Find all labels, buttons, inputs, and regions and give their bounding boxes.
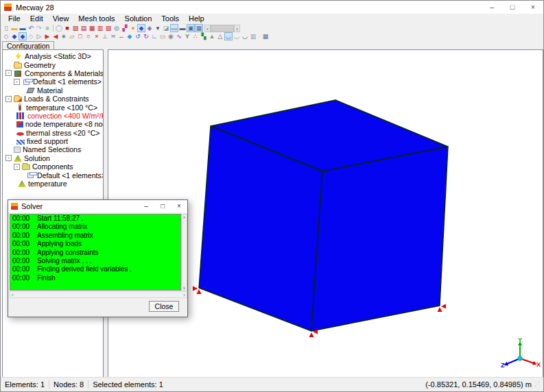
grid-panel-icon[interactable]: ▥ — [249, 32, 257, 40]
tree-item-loads-constraints[interactable]: -Loads & Constraints — [3, 95, 103, 103]
pressure-box-icon[interactable]: ▭ — [158, 32, 167, 40]
tree-expander-icon[interactable]: - — [5, 155, 12, 161]
element-wire-4-icon[interactable]: ▨ — [104, 24, 113, 32]
triangle-outline-icon[interactable]: △ — [216, 32, 224, 40]
camera-icon[interactable]: ◉ — [167, 32, 175, 40]
zoom-view-icon[interactable]: ◎ — [113, 24, 121, 32]
solver-close-button[interactable]: Close — [149, 301, 179, 312]
constraint-y-icon[interactable]: Y — [183, 32, 191, 40]
element-shaded-icon[interactable]: ▧ — [71, 24, 80, 32]
plate-dark-icon[interactable]: ▬ — [178, 24, 187, 32]
spring-icon[interactable]: ∿ — [175, 32, 183, 40]
solid-cube-blue-icon[interactable]: ◆ — [10, 32, 19, 40]
scroll-right-icon[interactable]: › — [183, 292, 185, 298]
menu-view[interactable]: View — [48, 14, 74, 24]
solver-minimize-button[interactable]: – — [138, 200, 154, 212]
maximize-button[interactable]: □ — [502, 1, 523, 14]
tree-item-geometry[interactable]: Geometry — [3, 60, 103, 69]
tree-item-material[interactable]: Material — [3, 86, 103, 95]
shell-mid-icon[interactable]: ◡ — [233, 32, 241, 40]
plate-flat-icon[interactable]: ▬ — [170, 24, 178, 32]
shell-selected-icon[interactable]: ◡ — [224, 32, 233, 40]
select-subtract-icon[interactable]: ◀ — [51, 32, 60, 40]
draw-dropdown-icon[interactable]: ▾ — [154, 24, 162, 32]
edit-element-icon[interactable]: ▱ — [68, 32, 76, 40]
align-nodes-icon[interactable]: ◆ — [126, 32, 134, 40]
tree-expander-icon[interactable]: - — [14, 164, 20, 170]
redo-icon[interactable]: ↷ — [35, 24, 43, 32]
shaded-view-icon[interactable]: ◆ — [137, 24, 145, 32]
tree-item-temperature-100-c[interactable]: temperature <100 °C> — [3, 103, 103, 111]
node-numbers-icon[interactable]: ▞ — [121, 24, 129, 32]
tree-item-default-1-elements[interactable]: -Default <1 elements> — [3, 77, 103, 86]
tree-expander-icon[interactable]: - — [5, 96, 12, 102]
select-nodes-icon[interactable]: ∗ — [60, 32, 68, 40]
tree-item-components[interactable]: -Components — [3, 162, 103, 171]
wireframe-sphere-icon[interactable]: ◯ — [55, 24, 63, 32]
node-tool-1-icon[interactable]: ⊥ — [101, 32, 109, 40]
tab-configuration[interactable]: Configuration — [2, 41, 54, 49]
select-add-icon[interactable]: ▶ — [43, 32, 51, 40]
tree-item-default-1-elements[interactable]: Default <1 elements> — [3, 171, 103, 179]
tree-item-analysis-static-3d[interactable]: Analysis <Static 3D> — [3, 52, 103, 60]
node-dots-icon[interactable]: ∴ — [191, 32, 200, 40]
triangle-labeled-icon[interactable]: ▲ — [208, 32, 216, 40]
faucet-load-icon[interactable]: ∟ — [150, 32, 158, 40]
tree-item-named-selections[interactable]: Named Selections — [3, 145, 103, 154]
scroll-down-icon[interactable]: ∨ — [182, 285, 185, 290]
tree-item-solution[interactable]: -Solution — [3, 154, 103, 162]
solver-log-vscrollbar[interactable]: ∧ ∨ — [181, 214, 187, 291]
draw-grid-icon[interactable]: ◈ — [145, 24, 154, 32]
menu-tools[interactable]: Tools — [156, 14, 184, 24]
cube-ghost-icon[interactable]: ◇ — [27, 32, 35, 40]
cube-outline-view-icon[interactable]: ▣ — [187, 24, 195, 32]
menu-solution[interactable]: Solution — [120, 14, 157, 24]
new-file-icon[interactable]: ▯ — [2, 24, 10, 32]
minimize-button[interactable]: – — [482, 1, 502, 14]
scroll-up-icon[interactable]: ∧ — [182, 215, 185, 219]
save-file-icon[interactable]: ▬ — [19, 24, 27, 32]
toolbar-scroll-thumb[interactable] — [211, 25, 234, 32]
tree-item-convection-400-w-m-k[interactable]: convection <400 W/m²/K> — [3, 112, 103, 120]
chart-icon[interactable]: ▚ — [200, 32, 208, 40]
move-nodes-icon[interactable]: ↔ — [117, 32, 126, 40]
scroll-left-icon[interactable]: ‹ — [12, 292, 14, 298]
new-square-icon[interactable]: □ — [76, 32, 84, 40]
solver-maximize-button[interactable]: □ — [154, 200, 171, 212]
rotate-cw-icon[interactable]: ↻ — [142, 32, 150, 40]
solver-log[interactable]: 00:00Start 11:58:27 .00:00Allocating mat… — [10, 214, 181, 291]
mesh-view-icon[interactable]: ▦ — [195, 24, 203, 32]
resize-grip[interactable]: ⋰ — [534, 380, 543, 389]
element-wire-2-icon[interactable]: ▦ — [88, 24, 96, 32]
tree-expander-icon[interactable]: - — [14, 79, 20, 85]
tree-item-fixed-support[interactable]: fixed support — [3, 137, 103, 145]
toolbar-scroll-left-icon[interactable]: ‹ — [204, 25, 211, 32]
tree-item-components-materials[interactable]: -Components & Materials — [3, 69, 103, 77]
shell-dark-icon[interactable]: ◡ — [241, 32, 249, 40]
solve-clock-icon[interactable]: ● — [129, 24, 137, 32]
toolbar-scroll-right-icon[interactable]: › — [234, 25, 240, 32]
eraser-icon[interactable]: ◪ — [162, 24, 170, 32]
solver-close-x-button[interactable]: × — [171, 200, 187, 212]
cube-face-right[interactable] — [311, 147, 448, 331]
select-pointer-icon[interactable]: ▷ — [35, 32, 43, 40]
element-solid-icon[interactable]: ■ — [63, 24, 71, 32]
element-wire-3-icon[interactable]: ▥ — [96, 24, 104, 32]
tree-expander-icon[interactable]: - — [5, 70, 12, 76]
menu-file[interactable]: File — [3, 14, 25, 24]
undo-icon[interactable]: ↶ — [27, 24, 35, 32]
table-grid-icon[interactable]: ▦ — [261, 32, 270, 40]
delete-mesh-icon[interactable]: × — [93, 32, 101, 40]
node-tool-2-icon[interactable]: ≍ — [109, 32, 117, 40]
rotate-ccw-icon[interactable]: ↺ — [134, 32, 142, 40]
menu-edit[interactable]: Edit — [25, 14, 48, 24]
solver-dialog-title-bar[interactable]: Solver – □ × — [8, 200, 187, 212]
solver-log-hscrollbar[interactable]: ‹ › — [10, 291, 187, 298]
rotate-view-icon[interactable]: ◇ — [2, 32, 10, 40]
solid-cube-selected-icon[interactable]: ◆ — [19, 32, 27, 40]
tree-item-node-temperature-8-nodes[interactable]: node temperature <8 nodes> — [3, 120, 103, 128]
menu-mesh-tools[interactable]: Mesh tools — [73, 14, 119, 24]
open-file-icon[interactable]: ▬ — [10, 24, 19, 32]
tree-item-temperature[interactable]: temperature — [3, 180, 103, 188]
element-wire-1-icon[interactable]: ▤ — [80, 24, 88, 32]
